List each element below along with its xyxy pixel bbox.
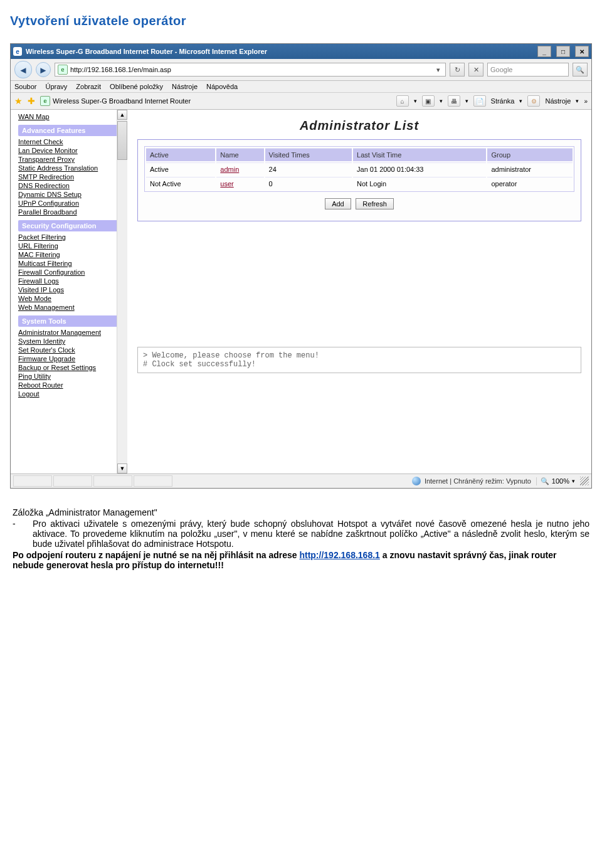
sidebar-header-security: Security Configuration <box>18 220 125 231</box>
sidebar-item[interactable]: Dynamic DNS Setup <box>18 190 125 199</box>
browser-window: e Wireless Super-G Broadband Internet Ro… <box>10 43 592 489</box>
sidebar-item[interactable]: Firmware Upgrade <box>18 354 125 363</box>
main-panel: Administrator List Active Name Visited T… <box>127 110 591 474</box>
favorites-star-icon[interactable]: ★ <box>14 96 23 106</box>
close-button[interactable]: ✕ <box>575 46 589 57</box>
menu-view[interactable]: Zobrazit <box>76 83 101 90</box>
sidebar-item-wanmap[interactable]: WAN Map <box>18 112 125 121</box>
refresh-button[interactable]: ↻ <box>450 63 465 77</box>
zoom-value: 100% <box>552 477 569 485</box>
search-placeholder: Google <box>490 66 512 73</box>
home-icon[interactable]: ⌂ <box>396 95 409 107</box>
search-button[interactable]: 🔍 <box>573 63 588 77</box>
add-favorite-icon[interactable]: ✚ <box>28 96 35 106</box>
tab-page-icon: e <box>40 96 50 106</box>
sidebar-item[interactable]: Packet Filtering <box>18 233 125 241</box>
sidebar-scrollbar[interactable]: ▲ ▼ <box>117 110 127 474</box>
router-link[interactable]: http://192.168.168.1 <box>299 550 379 560</box>
browser-tab[interactable]: e Wireless Super-G Broadband Internet Ro… <box>40 96 191 106</box>
table-header-row: Active Name Visited Times Last Visit Tim… <box>146 148 573 161</box>
sidebar-item[interactable]: Static Address Translation <box>18 164 125 172</box>
sidebar-item[interactable]: Set Router's Clock <box>18 346 125 354</box>
document-body: Záložka „Administrator Management" - Pro… <box>13 507 589 570</box>
table-row: Active admin 24 Jan 01 2000 01:04:33 adm… <box>146 162 573 176</box>
sidebar-item[interactable]: Internet Check <box>18 137 125 146</box>
sidebar-item[interactable]: Reboot Router <box>18 381 125 389</box>
sidebar-item[interactable]: DNS Redirection <box>18 181 125 190</box>
minimize-button[interactable]: _ <box>537 46 551 57</box>
sidebar-item[interactable]: Web Management <box>18 303 125 312</box>
refresh-button[interactable]: Refresh <box>356 198 394 209</box>
globe-icon <box>412 477 421 485</box>
sidebar-item[interactable]: Ping Utility <box>18 372 125 381</box>
status-cell <box>13 475 52 487</box>
console-output: > Welcome, please choose from the menu! … <box>137 347 581 373</box>
console-line: # Clock set successfully! <box>143 360 576 369</box>
search-box[interactable]: Google <box>487 63 569 77</box>
ie-icon: e <box>13 47 22 56</box>
sidebar-header-system: System Tools <box>18 315 125 327</box>
resize-grip-icon[interactable] <box>580 477 589 485</box>
admin-panel: Active Name Visited Times Last Visit Tim… <box>137 139 581 221</box>
scroll-up-icon[interactable]: ▲ <box>117 110 127 120</box>
scroll-thumb[interactable] <box>117 121 127 160</box>
forward-button[interactable]: ► <box>36 62 51 77</box>
address-bar[interactable]: e http://192.168.168.1/en/main.asp ▾ <box>55 63 446 77</box>
sidebar-item[interactable]: Parallel Broadband <box>18 208 125 216</box>
sidebar-item[interactable]: System Identity <box>18 337 125 346</box>
doc-paragraph: Pro aktivaci uživatele s omezenými právy… <box>33 519 589 549</box>
page-label[interactable]: Stránka <box>491 97 515 105</box>
page-icon-btn[interactable]: 📄 <box>473 95 486 107</box>
menu-favorites[interactable]: Oblíbené položky <box>110 83 163 90</box>
menu-tools[interactable]: Nástroje <box>172 83 198 90</box>
url-text: http://192.168.168.1/en/main.asp <box>70 66 171 73</box>
bullet-dash: - <box>13 519 18 549</box>
zoom-icon: 🔍 <box>541 477 549 485</box>
sidebar-item[interactable]: Lan Device Monitor <box>18 146 125 155</box>
add-button[interactable]: Add <box>325 198 351 209</box>
admin-table: Active Name Visited Times Last Visit Tim… <box>144 146 574 192</box>
status-cell <box>134 475 172 487</box>
sidebar-item[interactable]: UPnP Configuration <box>18 199 125 208</box>
titlebar: e Wireless Super-G Broadband Internet Ro… <box>11 44 591 59</box>
sidebar-item[interactable]: Firewall Logs <box>18 277 125 285</box>
print-icon[interactable]: 🖶 <box>448 95 460 107</box>
sidebar-item[interactable]: Logout <box>18 389 125 398</box>
doc-tab-label: Záložka „Administrator Management" <box>13 507 589 517</box>
sidebar: WAN Map Advanced Features Internet Check… <box>11 110 127 474</box>
sidebar-item[interactable]: Backup or Reset Settings <box>18 363 125 372</box>
sidebar-item[interactable]: Web Mode <box>18 294 125 303</box>
zoom-control[interactable]: 🔍 100% ▾ <box>536 477 579 485</box>
sidebar-header-advanced: Advanced Features <box>18 125 125 136</box>
status-text: Internet | Chráněný režim: Vypnuto <box>425 477 531 485</box>
back-button[interactable]: ◄ <box>14 61 32 78</box>
statusbar: Internet | Chráněný režim: Vypnuto 🔍 100… <box>11 474 591 488</box>
page-title: Administrator List <box>137 119 581 133</box>
scroll-down-icon[interactable]: ▼ <box>117 463 127 474</box>
chevron-down-icon[interactable]: ▾ <box>572 478 575 484</box>
sidebar-item[interactable]: Administrator Management <box>18 328 125 337</box>
more-chevrons-icon[interactable]: » <box>584 98 588 105</box>
feed-icon[interactable]: ▣ <box>422 95 435 107</box>
sidebar-item[interactable]: Visited IP Logs <box>18 285 125 294</box>
sidebar-item[interactable]: MAC Filtering <box>18 250 125 259</box>
status-cell <box>53 475 92 487</box>
menu-help[interactable]: Nápověda <box>206 83 238 90</box>
user-link-user[interactable]: user <box>220 180 233 188</box>
sidebar-item[interactable]: Firewall Configuration <box>18 268 125 277</box>
chevron-down-icon[interactable]: ▾ <box>434 66 443 74</box>
content-area: WAN Map Advanced Features Internet Check… <box>11 110 591 474</box>
tools-label[interactable]: Nástroje <box>545 97 571 105</box>
status-cell <box>93 475 132 487</box>
menu-file[interactable]: Soubor <box>14 83 36 90</box>
document-heading: Vytvoření uživatele operátor <box>10 14 592 28</box>
menu-edit[interactable]: Úpravy <box>45 83 67 90</box>
sidebar-item[interactable]: Multicast Filtering <box>18 259 125 268</box>
sidebar-item[interactable]: URL Filtering <box>18 241 125 250</box>
stop-button[interactable]: ✕ <box>468 63 483 77</box>
sidebar-item[interactable]: Transparent Proxy <box>18 155 125 164</box>
maximize-button[interactable]: □ <box>556 46 570 57</box>
tools-icon[interactable]: ⚙ <box>527 95 540 107</box>
user-link-admin[interactable]: admin <box>220 166 239 173</box>
sidebar-item[interactable]: SMTP Redirection <box>18 172 125 181</box>
